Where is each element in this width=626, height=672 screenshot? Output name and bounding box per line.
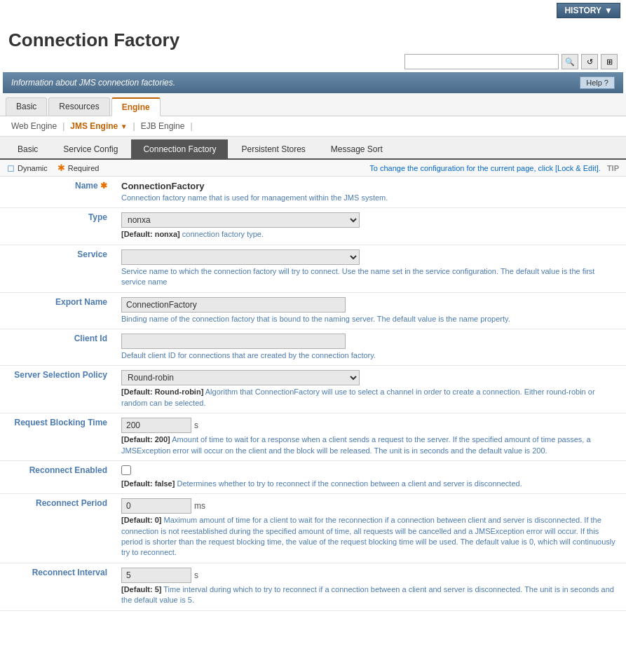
dynamic-bar: ◻ Dynamic ✱ Required To change the confi… (0, 160, 626, 177)
field-server-selection-content: Round-robin Random [Default: Round-robin… (116, 366, 626, 413)
field-reconnect-interval-row: Reconnect Interval s [Default: 5] Time i… (0, 563, 626, 610)
export-button[interactable]: ⊞ (601, 54, 618, 69)
tip-label: TIP (607, 164, 619, 172)
reconnect-interval-input[interactable] (121, 568, 191, 583)
change-text: To change the configuration for the curr… (369, 164, 601, 172)
reconnect-enabled-desc: [Default: false] Determines whether to t… (121, 479, 620, 489)
request-blocking-unit: s (194, 420, 198, 430)
search-input[interactable] (404, 54, 559, 69)
field-reconnect-enabled-label: Reconnect Enabled (0, 460, 116, 493)
field-reconnect-period-label: Reconnect Period (0, 494, 116, 563)
page-title: Connection Factory (8, 29, 618, 51)
server-selection-desc: [Default: Round-robin] Algorithm that Co… (121, 387, 620, 409)
tab-resources[interactable]: Resources (48, 97, 109, 116)
tab-engine[interactable]: Engine (111, 97, 161, 116)
reconnect-period-desc: [Default: 0] Maximum amount of time for … (121, 515, 620, 558)
tab-l2-persistent-stores[interactable]: Persistent Stores (229, 139, 317, 158)
help-button[interactable]: Help ? (580, 76, 615, 89)
field-server-selection-label: Server Selection Policy (0, 366, 116, 413)
field-name-row: Name ✱ ConnectionFactory Connection fact… (0, 177, 626, 208)
tab-basic[interactable]: Basic (6, 97, 47, 116)
search-button[interactable]: 🔍 (562, 54, 578, 69)
field-client-id-content: Default client ID for connections that a… (116, 329, 626, 365)
client-id-desc: Default client ID for connections that a… (121, 350, 620, 361)
service-desc: Service name to which the connection fac… (121, 266, 620, 288)
reconnect-interval-unit: s (194, 570, 198, 580)
field-reconnect-period-content: ms [Default: 0] Maximum amount of time f… (116, 494, 626, 563)
field-reconnect-period-row: Reconnect Period ms [Default: 0] Maximum… (0, 494, 626, 563)
engine-nav-sep3: | (190, 121, 192, 131)
field-type-content: nonxa xa [Default: nonxa] connection fac… (116, 208, 626, 245)
field-reconnect-enabled-content: [Default: false] Determines whether to t… (116, 460, 626, 493)
server-selection-default: [Default: Round-robin] (121, 388, 203, 396)
field-request-blocking-label: Request Blocking Time (0, 413, 116, 461)
field-export-name-label: Export Name (0, 292, 116, 329)
field-request-blocking-content: s [Default: 200] Amount of time to wait … (116, 413, 626, 461)
required-icon: ✱ (57, 163, 65, 173)
engine-nav-sep1: | (62, 121, 64, 131)
engine-nav-ejb[interactable]: EJB Engine (137, 120, 189, 132)
engine-nav-jms[interactable]: JMS Engine ▼ (66, 120, 131, 132)
tab-l2-basic[interactable]: Basic (6, 139, 50, 158)
type-desc: [Default: nonxa] connection factory type… (121, 229, 620, 240)
field-service-row: Service Service name to which the connec… (0, 245, 626, 292)
request-blocking-default: [Default: 200] (121, 435, 170, 444)
field-request-blocking-row: Request Blocking Time s [Default: 200] A… (0, 413, 626, 461)
field-server-selection-row: Server Selection Policy Round-robin Rand… (0, 366, 626, 413)
reconnect-period-input[interactable] (121, 498, 191, 514)
history-button[interactable]: HISTORY ▼ (557, 3, 620, 18)
required-label: Required (68, 164, 100, 172)
tab-l2-message-sort[interactable]: Message Sort (319, 139, 395, 158)
form-table: Name ✱ ConnectionFactory Connection fact… (0, 177, 626, 611)
client-id-input[interactable] (121, 334, 346, 349)
reconnect-interval-desc: [Default: 5] Time interval during which … (121, 584, 620, 606)
export-name-input[interactable] (121, 297, 346, 313)
field-reconnect-interval-content: s [Default: 5] Time interval during whic… (116, 563, 626, 610)
field-export-name-row: Export Name Binding name of the connecti… (0, 292, 626, 329)
field-client-id-row: Client Id Default client ID for connecti… (0, 329, 626, 365)
service-select[interactable] (121, 249, 360, 265)
reconnect-enabled-default: [Default: false] (121, 479, 175, 488)
history-dropdown-icon: ▼ (604, 6, 613, 15)
info-bar-text: Information about JMS connection factori… (11, 78, 175, 88)
info-bar: Information about JMS connection factori… (3, 72, 623, 93)
history-label: HISTORY (564, 6, 601, 15)
field-type-row: Type nonxa xa [Default: nonxa] connectio… (0, 208, 626, 245)
engine-nav-web[interactable]: Web Engine (7, 120, 61, 132)
field-reconnect-interval-label: Reconnect Interval (0, 563, 116, 610)
request-blocking-desc: [Default: 200] Amount of time to wait fo… (121, 434, 620, 456)
field-client-id-label: Client Id (0, 329, 116, 365)
type-default: [Default: nonxa] (121, 230, 180, 238)
request-blocking-input[interactable] (121, 418, 191, 433)
dynamic-icon: ◻ (7, 163, 15, 173)
tabs-level2: Basic Service Config Connection Factory … (0, 137, 626, 160)
field-name-content: ConnectionFactory Connection factory nam… (116, 177, 626, 208)
refresh-button[interactable]: ↺ (581, 54, 598, 69)
field-export-name-content: Binding name of the connection factory t… (116, 292, 626, 329)
field-service-label: Service (0, 245, 116, 292)
field-name-label: Name ✱ (0, 177, 116, 208)
export-name-desc: Binding name of the connection factory t… (121, 314, 620, 324)
reconnect-period-default: [Default: 0] (121, 516, 161, 524)
name-required-star: ✱ (100, 181, 107, 191)
jms-engine-dropdown-icon: ▼ (121, 123, 128, 130)
reconnect-interval-default: [Default: 5] (121, 585, 161, 594)
field-reconnect-enabled-row: Reconnect Enabled [Default: false] Deter… (0, 460, 626, 493)
tab-l2-service-config[interactable]: Service Config (51, 139, 130, 158)
field-service-content: Service name to which the connection fac… (116, 245, 626, 292)
tab-l2-connection-factory[interactable]: Connection Factory (131, 139, 228, 158)
server-selection-select[interactable]: Round-robin Random (121, 370, 360, 385)
engine-nav: Web Engine | JMS Engine ▼ | EJB Engine | (0, 116, 626, 137)
type-select[interactable]: nonxa xa (121, 212, 360, 228)
dynamic-label: Dynamic (18, 164, 48, 172)
name-desc: Connection factory name that is used for… (121, 193, 620, 203)
reconnect-period-unit: ms (194, 501, 205, 511)
field-type-label: Type (0, 208, 116, 245)
reconnect-enabled-checkbox[interactable] (121, 465, 131, 475)
name-value: ConnectionFactory (121, 181, 620, 191)
tabs-level1: Basic Resources Engine (0, 93, 626, 116)
engine-nav-sep2: | (133, 121, 135, 131)
